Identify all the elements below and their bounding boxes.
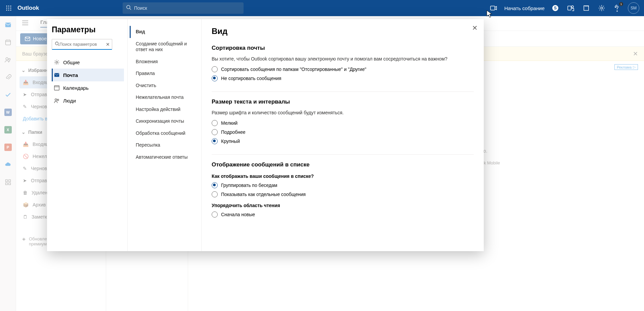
svg-point-36 <box>56 61 57 63</box>
density-desc: Размер шрифта и количество сообщений буд… <box>212 110 474 115</box>
global-search[interactable] <box>123 2 244 14</box>
svg-rect-11 <box>490 6 495 10</box>
sort-title: Сортировка почты <box>212 45 474 51</box>
density-title: Размер текста и интервалы <box>212 99 474 105</box>
svg-point-34 <box>55 42 58 45</box>
svg-point-0 <box>6 6 7 7</box>
help-icon[interactable]: 1 <box>612 3 622 13</box>
close-icon[interactable]: ✕ <box>472 24 478 32</box>
svg-point-5 <box>10 8 11 9</box>
sub-sweep[interactable]: Очистить <box>130 80 199 92</box>
radio-icon <box>212 211 218 218</box>
sub-view[interactable]: Вид <box>130 26 199 38</box>
svg-point-8 <box>10 10 11 11</box>
msglist-title: Отображение сообщений в списке <box>212 161 474 168</box>
settings-icon[interactable] <box>597 3 606 13</box>
brand-label: Outlook <box>17 5 39 11</box>
skype-icon[interactable]: S <box>551 3 560 13</box>
settings-dialog: ✕ Параметры ✕ Общие Почта Календарь Люди… <box>47 19 484 251</box>
msglist-group[interactable]: Группировать по беседам <box>212 182 474 188</box>
msglist-question: Как отображать ваши сообщения в списке? <box>212 173 474 179</box>
settings-search-input[interactable] <box>59 42 109 47</box>
svg-point-7 <box>8 10 9 11</box>
settings-title: Параметры <box>52 25 124 34</box>
svg-point-2 <box>10 6 11 7</box>
svg-point-6 <box>6 10 7 11</box>
svg-point-41 <box>57 99 59 101</box>
search-icon <box>126 5 131 11</box>
sort-option-none[interactable]: Не сортировать сообщения <box>212 75 474 81</box>
msglist-separate[interactable]: Показывать как отдельные сообщения <box>212 191 474 197</box>
sub-sync[interactable]: Синхронизация почты <box>130 115 199 127</box>
sub-auto-replies[interactable]: Автоматические ответы <box>130 151 199 163</box>
radio-icon <box>212 138 218 144</box>
teams-icon[interactable] <box>566 3 575 13</box>
svg-point-40 <box>55 99 57 101</box>
sort-option-focused[interactable]: Сортировать сообщения по папкам "Отсорти… <box>212 66 474 72</box>
account-avatar[interactable]: SM <box>628 2 639 14</box>
density-medium[interactable]: Подробнее <box>212 129 474 135</box>
sub-compose[interactable]: Создание сообщений и ответ на них <box>130 38 199 56</box>
settings-main-heading: Вид <box>212 27 474 36</box>
svg-point-3 <box>6 8 7 9</box>
sub-forwarding[interactable]: Пересылка <box>130 139 199 151</box>
svg-rect-14 <box>568 6 571 10</box>
start-meeting-button[interactable]: Начать собрание <box>504 5 545 11</box>
meet-camera-icon[interactable] <box>489 3 498 13</box>
radio-icon <box>212 120 218 126</box>
svg-point-1 <box>8 6 9 7</box>
category-calendar[interactable]: Календарь <box>52 81 124 94</box>
sub-handling[interactable]: Обработка сообщений <box>130 127 199 140</box>
svg-point-15 <box>571 6 573 8</box>
svg-rect-37 <box>54 73 59 77</box>
radio-icon <box>212 182 218 188</box>
radio-icon <box>212 75 218 81</box>
density-small[interactable]: Мелкий <box>212 120 474 126</box>
svg-line-35 <box>58 44 59 46</box>
svg-text:S: S <box>554 6 557 10</box>
category-mail[interactable]: Почта <box>52 69 124 81</box>
settings-search[interactable]: ✕ <box>52 39 112 50</box>
radio-icon <box>212 66 218 72</box>
svg-line-10 <box>130 8 131 10</box>
reading-newest-first[interactable]: Сначала новые <box>212 211 474 218</box>
notes-icon[interactable] <box>582 3 591 13</box>
app-launcher-icon[interactable] <box>3 3 14 13</box>
sub-attachments[interactable]: Вложения <box>130 56 199 68</box>
search-icon <box>55 41 59 47</box>
category-general[interactable]: Общие <box>52 56 124 69</box>
density-large[interactable]: Крупный <box>212 138 474 144</box>
svg-point-18 <box>617 11 617 11</box>
radio-icon <box>212 191 218 197</box>
category-people[interactable]: Люди <box>52 94 124 107</box>
global-search-input[interactable] <box>134 5 240 11</box>
clear-icon[interactable]: ✕ <box>106 42 110 47</box>
sub-rules[interactable]: Правила <box>130 68 199 80</box>
svg-point-9 <box>127 5 130 9</box>
reading-order-label: Упорядочить область чтения <box>212 203 474 208</box>
notif-badge: 1 <box>619 2 623 6</box>
sub-actions[interactable]: Настройка действий <box>130 104 199 116</box>
sort-desc: Вы хотите, чтобы Outlook сортировал вашу… <box>212 56 474 62</box>
svg-rect-38 <box>54 86 59 90</box>
radio-icon <box>212 129 218 135</box>
sub-junk[interactable]: Нежелательная почта <box>130 91 199 104</box>
svg-point-4 <box>8 8 9 9</box>
svg-point-17 <box>601 7 603 9</box>
